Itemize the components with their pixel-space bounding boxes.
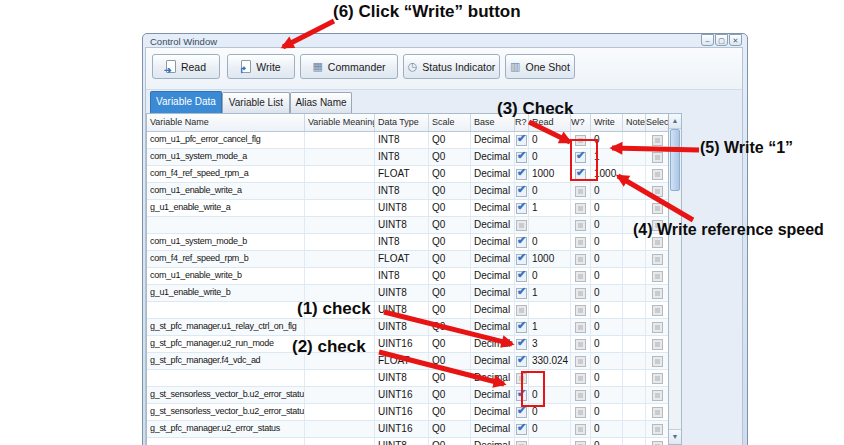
- write-enable-checkbox[interactable]: [575, 203, 586, 214]
- table-row[interactable]: com_u1_system_mode_bINT8Q0Decimal✔00: [147, 234, 669, 251]
- write-enable-checkbox[interactable]: [575, 254, 586, 265]
- unchecked-fill: [578, 427, 583, 432]
- select-checkbox[interactable]: [652, 373, 663, 384]
- cell-data-type: INT8: [375, 268, 429, 284]
- select-checkbox[interactable]: [652, 356, 663, 367]
- read-enable-checkbox[interactable]: ✔: [516, 356, 527, 367]
- status-indicator-button[interactable]: ◷ Status Indicator: [403, 54, 500, 79]
- read-enable-checkbox[interactable]: ✔: [516, 254, 527, 265]
- read-enable-checkbox[interactable]: ✔: [516, 135, 527, 146]
- cell-note: [623, 387, 646, 403]
- read-enable-checkbox[interactable]: ✔: [516, 339, 527, 350]
- read-enable-checkbox[interactable]: [516, 220, 527, 231]
- cell-data-type: INT8: [375, 132, 429, 148]
- column-header-select[interactable]: Select: [646, 114, 669, 131]
- tab-variable-list[interactable]: Variable List: [222, 92, 290, 113]
- read-button[interactable]: ➔ Read: [152, 54, 220, 79]
- write-enable-checkbox[interactable]: [575, 220, 586, 231]
- cell-base: Decimal: [471, 183, 515, 199]
- table-row[interactable]: g_st_pfc_manager.u1_relay_ctrl_on_flgUIN…: [147, 319, 669, 336]
- column-header-variable-meaning[interactable]: Variable Meaning: [305, 114, 375, 131]
- scroll-down-icon[interactable]: ▼: [669, 429, 681, 444]
- table-row[interactable]: UINT8Q0Decimal0: [147, 217, 669, 234]
- select-checkbox[interactable]: [652, 390, 663, 401]
- column-header-note[interactable]: Note: [623, 114, 646, 131]
- write-enable-checkbox[interactable]: [575, 356, 586, 367]
- select-checkbox[interactable]: [652, 254, 663, 265]
- vertical-scrollbar[interactable]: ▲ ▼: [668, 113, 682, 445]
- one-shot-button[interactable]: ▥ One Shot: [505, 54, 575, 79]
- select-checkbox[interactable]: [652, 407, 663, 418]
- read-enable-checkbox[interactable]: ✔: [516, 424, 527, 435]
- column-header-write-enable[interactable]: W?: [571, 114, 591, 131]
- read-enable-checkbox[interactable]: [516, 305, 527, 316]
- select-checkbox[interactable]: [652, 288, 663, 299]
- select-checkbox[interactable]: [652, 322, 663, 333]
- read-enable-checkbox[interactable]: ✔: [516, 203, 527, 214]
- read-enable-checkbox[interactable]: [516, 441, 527, 445]
- select-checkbox-cell: [646, 387, 669, 403]
- read-enable-checkbox[interactable]: ✔: [516, 322, 527, 333]
- table-row[interactable]: g_u1_enable_write_aUINT8Q0Decimal✔10: [147, 200, 669, 217]
- read-enable-checkbox[interactable]: ✔: [516, 186, 527, 197]
- write-enable-checkbox[interactable]: [575, 424, 586, 435]
- write-enable-checkbox[interactable]: [575, 390, 586, 401]
- write-enable-checkbox[interactable]: [575, 237, 586, 248]
- write-enable-checkbox[interactable]: [575, 339, 586, 350]
- scrollbar-thumb[interactable]: [670, 129, 680, 191]
- read-enable-checkbox[interactable]: ✔: [516, 271, 527, 282]
- select-checkbox[interactable]: [652, 169, 663, 180]
- write-enable-checkbox[interactable]: [575, 322, 586, 333]
- table-row[interactable]: UINT8Q0Decimal0: [147, 302, 669, 319]
- select-checkbox[interactable]: [652, 135, 663, 146]
- table-row[interactable]: com_f4_ref_speed_rpm_bFLOATQ0Decimal✔100…: [147, 251, 669, 268]
- table-row[interactable]: UINT8Q0Decimal0: [147, 438, 669, 445]
- select-checkbox[interactable]: [652, 441, 663, 445]
- select-checkbox[interactable]: [652, 339, 663, 350]
- column-header-variable-name[interactable]: Variable Name: [147, 114, 305, 131]
- select-checkbox[interactable]: [652, 271, 663, 282]
- read-enable-checkbox[interactable]: ✔: [516, 288, 527, 299]
- table-row[interactable]: g_st_sensorless_vector_b.u2_error_status…: [147, 404, 669, 421]
- maximize-button[interactable]: ▢: [715, 34, 728, 46]
- table-row[interactable]: g_st_pfc_manager.u2_run_modeUINT16Q0Deci…: [147, 336, 669, 353]
- table-row[interactable]: com_u1_enable_write_bINT8Q0Decimal✔00: [147, 268, 669, 285]
- table-row[interactable]: UINT8Q0Decimal0: [147, 370, 669, 387]
- select-checkbox[interactable]: [652, 186, 663, 197]
- select-checkbox[interactable]: [652, 424, 663, 435]
- select-checkbox[interactable]: [652, 203, 663, 214]
- read-enable-checkbox[interactable]: ✔: [516, 152, 527, 163]
- cell-base: Decimal: [471, 319, 515, 335]
- write-enable-checkbox[interactable]: [575, 373, 586, 384]
- table-row[interactable]: com_u1_enable_write_aINT8Q0Decimal✔00: [147, 183, 669, 200]
- write-button[interactable]: ↱ Write: [227, 54, 295, 79]
- read-enable-checkbox[interactable]: ✔: [516, 407, 527, 418]
- unchecked-fill: [655, 410, 660, 415]
- cell-scale: Q0: [429, 166, 471, 182]
- select-checkbox[interactable]: [652, 152, 663, 163]
- minimize-button[interactable]: –: [701, 34, 714, 46]
- write-enable-checkbox[interactable]: [575, 271, 586, 282]
- table-row[interactable]: g_u1_enable_write_bUINT8Q0Decimal✔10: [147, 285, 669, 302]
- column-header-write[interactable]: Write: [591, 114, 623, 131]
- write-enable-checkbox[interactable]: [575, 407, 586, 418]
- write-enable-checkbox[interactable]: [575, 305, 586, 316]
- commander-button[interactable]: ▦ Commander: [300, 54, 398, 79]
- write-enable-checkbox[interactable]: [575, 441, 586, 445]
- tab-alias-name[interactable]: Alias Name: [290, 92, 352, 113]
- write-enable-checkbox[interactable]: [575, 288, 586, 299]
- select-checkbox[interactable]: [652, 305, 663, 316]
- write-enable-checkbox[interactable]: [575, 186, 586, 197]
- close-button[interactable]: ✕: [729, 34, 742, 46]
- column-header-scale[interactable]: Scale: [429, 114, 471, 131]
- scroll-up-icon[interactable]: ▲: [669, 114, 681, 129]
- cell-scale: Q0: [429, 438, 471, 445]
- read-enable-checkbox[interactable]: ✔: [516, 237, 527, 248]
- table-row[interactable]: g_st_sensorless_vector_b.u2_error_status…: [147, 387, 669, 404]
- column-header-data-type[interactable]: Data Type: [375, 114, 429, 131]
- table-row[interactable]: g_st_pfc_manager.f4_vdc_adFLOATQ0Decimal…: [147, 353, 669, 370]
- read-enable-checkbox[interactable]: ✔: [516, 169, 527, 180]
- tab-variable-data[interactable]: Variable Data: [150, 91, 222, 113]
- table-row[interactable]: g_st_pfc_manager.u2_error_statusUINT16Q0…: [147, 421, 669, 438]
- cell-data-type: INT8: [375, 234, 429, 250]
